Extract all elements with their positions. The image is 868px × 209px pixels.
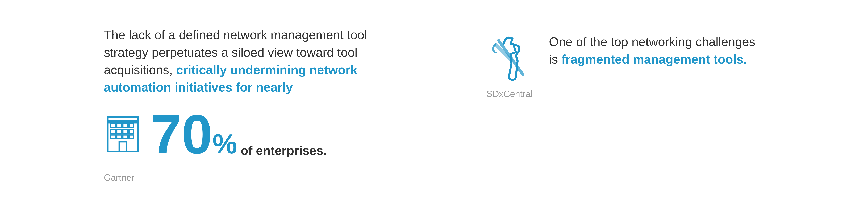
stat-display: 70% of enterprises. bbox=[151, 106, 327, 162]
svg-rect-6 bbox=[111, 129, 115, 133]
right-content-row: One of the top networking challenges is … bbox=[487, 33, 764, 82]
content-wrapper: The lack of a defined network management… bbox=[0, 12, 868, 197]
right-panel: One of the top networking challenges is … bbox=[487, 26, 764, 99]
building-icon bbox=[104, 115, 142, 153]
svg-rect-9 bbox=[129, 129, 133, 133]
svg-rect-13 bbox=[129, 135, 133, 139]
svg-rect-8 bbox=[123, 129, 127, 133]
svg-rect-12 bbox=[123, 135, 127, 139]
left-source: Gartner bbox=[104, 172, 381, 183]
stat-number-value: 70 bbox=[151, 106, 213, 162]
tools-icon bbox=[487, 33, 535, 82]
right-source: SDxCentral bbox=[487, 89, 764, 99]
svg-rect-1 bbox=[107, 117, 138, 123]
left-panel: The lack of a defined network management… bbox=[104, 26, 381, 183]
svg-rect-10 bbox=[111, 135, 115, 139]
svg-rect-4 bbox=[123, 124, 127, 127]
page-container: The lack of a defined network management… bbox=[0, 0, 868, 209]
stat-row: 70% of enterprises. bbox=[104, 106, 381, 162]
stat-percent: % bbox=[213, 130, 237, 158]
panel-divider bbox=[434, 35, 434, 174]
svg-rect-14 bbox=[119, 142, 127, 151]
right-description: One of the top networking challenges is … bbox=[549, 33, 764, 68]
right-description-highlight: fragmented management tools. bbox=[561, 53, 747, 66]
svg-rect-5 bbox=[129, 124, 133, 127]
svg-rect-7 bbox=[117, 129, 121, 133]
stat-label: of enterprises. bbox=[241, 144, 327, 162]
svg-rect-3 bbox=[117, 124, 121, 127]
svg-rect-2 bbox=[111, 124, 115, 127]
left-description: The lack of a defined network management… bbox=[104, 26, 381, 96]
svg-rect-11 bbox=[117, 135, 121, 139]
